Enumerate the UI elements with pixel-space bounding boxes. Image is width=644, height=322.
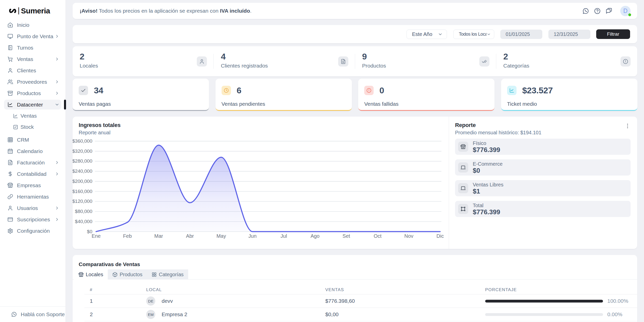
notice-body: Todos los precios en la aplicación se ex… [97,8,220,14]
sidebar-item-label: Turnos [17,45,59,51]
report-row-ventas-libres: Ventas Libres$1 [455,180,631,196]
sidebar-item-usuarios[interactable]: Usuarios [0,202,66,214]
package-icon [112,272,118,277]
filter-button[interactable]: Filtrar [596,29,630,39]
svg-text:$160,000: $160,000 [73,189,92,194]
ingresos-card: Ingresos totales Reporte anual $0$40,000… [73,117,637,249]
sidebar-item-contabilidad[interactable]: Contabilidad [0,168,66,180]
stat-label: Locales [80,63,213,69]
sidebar-item-proveedores[interactable]: Proveedores [0,76,66,88]
sidebar-item-turnos[interactable]: Turnos [0,42,66,53]
sidebar-item-punto-de-venta[interactable]: Punto de Venta [0,31,66,42]
svg-text:Set: Set [342,233,350,239]
sidebar-item-datacenter[interactable]: Datacenter [0,99,66,110]
stat-chip [479,56,489,67]
locale-select[interactable]: Todos los Locale [453,30,494,39]
store-icon [7,182,13,188]
sidebar-item-crm[interactable]: CRM [0,134,66,145]
svg-text:$120,000: $120,000 [73,199,92,204]
stat-chip [197,56,207,67]
kpi-label: Ventas pagas [79,101,209,107]
sidebar-item-label: Ventas [20,113,59,119]
sidebar-item-label: Inicio [17,22,59,28]
tab-productos[interactable]: Productos [108,269,147,280]
sidebar-item-label: Suscripciones [17,217,55,223]
date-from-input[interactable]: 01/01/2025 [500,30,542,39]
reporte-panel: Reporte Promedio mensual histórico: $194… [449,117,637,249]
sidebar-item-calendario[interactable]: Calendario [0,145,66,157]
box-select-icon [460,206,466,212]
help-icon[interactable] [594,8,601,14]
svg-text:$80,000: $80,000 [75,209,92,214]
sidebar-item-clientes[interactable]: Clientes [0,65,66,76]
comparativas-table: #LOCALVENTASPORCENTAJE1DEdevv$776.398,60… [84,285,637,321]
stat-locales: 2Locales [73,46,213,76]
report-row-f-sico: Físico$776.399 [455,139,631,155]
svg-text:$360,000: $360,000 [73,138,92,144]
report-row-value: $776.399 [473,146,500,153]
tab-categor-as[interactable]: Categorías [147,269,188,280]
sidebar: | Sumeria InicioPunto de VentaTurnosVent… [0,0,66,322]
topbar-actions: D [582,6,631,16]
chevron-down-icon [438,32,443,37]
sidebar-item-facturaci-n[interactable]: Facturación [0,157,66,168]
sidebar-item-productos[interactable]: Productos [0,88,66,99]
svg-text:Abr: Abr [186,233,194,239]
report-rows: Físico$776.399E-Commerce$0Ventas Libres$… [455,139,631,222]
row-ventas: $776.398,60 [320,298,480,304]
report-title: Reporte [455,122,541,128]
archive-icon [7,90,13,96]
sidebar-item-stock[interactable]: Stock [0,121,66,133]
chevron-right-icon [55,57,59,61]
report-chip [458,162,468,173]
svg-text:Jun: Jun [248,233,256,239]
kpi-ticket-medio: $23.527Ticket medio [501,79,637,111]
chevron-right-icon [55,34,59,39]
pct-bar-fill [485,300,603,303]
more-vertical-icon[interactable] [624,123,631,129]
kpi-label: Ticket medio [507,101,637,107]
user-avatar[interactable]: D [620,6,631,16]
sidebar-item-soporte[interactable]: Hablá con Soporte [0,306,66,322]
sidebar-item-configuraci-n[interactable]: Configuración [0,225,66,237]
period-select[interactable]: Este Año [406,30,447,39]
notice-prefix: ¡Aviso! [80,8,97,14]
local-name[interactable]: Empresa 2 [162,311,187,317]
sidebar-item-inicio[interactable]: Inicio [0,19,66,31]
local-initials: EM [148,312,154,317]
sidebar-item-herramientas[interactable]: Herramientas [0,191,66,202]
store-icon [460,144,466,149]
credit-card-icon [7,217,13,222]
sidebar-item-label: Stock [20,124,59,130]
chat-icon[interactable] [606,8,612,14]
table-icon [7,137,13,143]
sidebar-item-empresas[interactable]: Empresas [0,180,66,191]
sidebar-item-label: Configuración [17,228,59,234]
brand-mark-icon [9,7,16,15]
sidebar-item-ventas[interactable]: Ventas [0,110,66,121]
notice-strong: IVA incluído [220,8,250,14]
report-row-total: Total$776.399 [455,201,631,217]
brand-logo[interactable]: | Sumeria [0,0,66,15]
clock-icon [224,88,229,93]
whatsapp-icon[interactable] [582,8,589,14]
active-item-indicator [64,100,66,110]
chevron-right-icon [55,206,59,210]
sidebar-item-suscripciones[interactable]: Suscripciones [0,214,66,225]
avatar-initial: D [623,8,628,14]
sidebar-item-ventas[interactable]: Ventas [0,53,66,65]
chart-line-icon [13,113,18,119]
local-avatar: DE [146,296,155,306]
whatsapp-icon [11,311,17,317]
date-to-input[interactable]: 12/31/2025 [548,30,590,39]
tab-locales[interactable]: Locales [74,269,108,280]
chevron-right-icon [55,160,59,165]
svg-text:Jul: Jul [281,233,287,239]
kpi-label: Ventas pendientes [222,101,352,107]
store-icon [78,272,84,277]
local-name[interactable]: devv [162,298,173,304]
row-ventas: $0,00 [320,311,480,317]
ingresos-chart-panel: Ingresos totales Reporte anual $0$40,000… [73,117,449,249]
date-from-value: 01/01/2025 [506,31,530,37]
home-icon [7,22,13,28]
